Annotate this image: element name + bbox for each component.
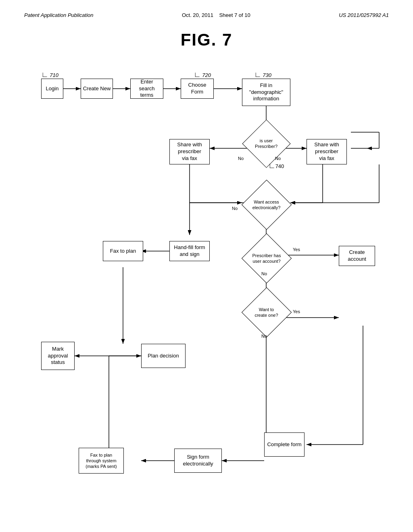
no-left-label: No [238, 156, 244, 161]
prescriber-account-text: Prescriber has user account? [252, 253, 281, 264]
bracket-730: ∟ 730 [254, 71, 271, 79]
fig-title: FIG. 7 [16, 30, 397, 50]
want-create-diamond-container: Want to create one? [237, 292, 296, 332]
bracket-710: ∟ 710 [41, 71, 58, 79]
share-fax-left-box: Share with prescriber via fax [169, 139, 210, 164]
page: Patent Application Publication Oct. 20, … [0, 0, 413, 532]
header-right: US 2011/0257992 A1 [339, 12, 389, 18]
yes-prescriber-label: Yes [293, 247, 300, 252]
bracket-720: ∟ 720 [194, 71, 211, 79]
header-left: Patent Application Publication [24, 12, 94, 18]
bracket-740: ∟740 [268, 162, 284, 170]
header: Patent Application Publication Oct. 20, … [16, 8, 397, 26]
want-access-diamond-container: Want access electronically? [237, 185, 296, 225]
fill-demographic-box: Fill in "demographic" information [242, 79, 290, 106]
no-create-label: No [261, 334, 267, 339]
fax-through-system-box: Fax to plan through system (marks PA sen… [79, 448, 124, 474]
is-prescriber-text: is user Prescriber? [255, 138, 277, 150]
diagram: ∟ 710 ∟ 720 ∟ 730 Login Create New Enter… [16, 62, 397, 521]
create-account-box: Create account [339, 246, 375, 266]
enter-search-box: Enter search terms [130, 79, 163, 99]
share-fax-right-box: Share with prescriber via fax [307, 139, 347, 164]
sign-electronically-box: Sign form electronically [174, 449, 222, 473]
header-center: Oct. 20, 2011 Sheet 7 of 10 [182, 12, 250, 18]
yes-create-label: Yes [293, 309, 300, 314]
choose-form-box: Choose Form [181, 79, 214, 99]
create-new-box: Create New [81, 79, 113, 99]
fax-to-plan-box: Fax to plan [103, 241, 143, 261]
plan-decision-box: Plan decision [141, 344, 186, 368]
complete-form-box: Complete form [264, 432, 305, 457]
is-prescriber-diamond-container: is user Prescriber? [238, 121, 294, 166]
hand-fill-box: Hand-fill form and sign [169, 241, 210, 261]
login-box: Login [41, 79, 63, 99]
mark-approval-box: Mark approval status [41, 342, 75, 370]
want-create-text: Want to create one? [254, 307, 278, 318]
want-access-text: Want access electronically? [252, 199, 281, 211]
no-prescriber-label: No [261, 271, 267, 276]
no-right-label: No [275, 156, 281, 161]
no-want-access-label: No [232, 206, 238, 211]
